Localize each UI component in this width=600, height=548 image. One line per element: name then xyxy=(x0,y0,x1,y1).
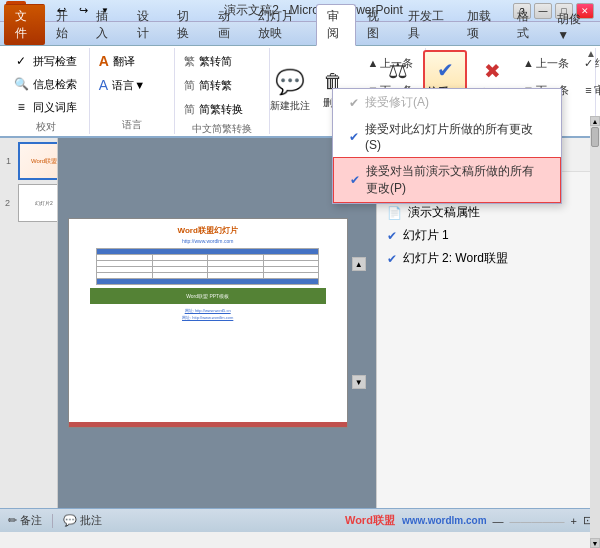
tab-user[interactable]: 胡俊▼ xyxy=(546,7,596,45)
spell-check-button[interactable]: ✓ 拼写检查 xyxy=(6,50,86,72)
change-item-1-icon: ✔ xyxy=(387,229,397,243)
notes-icon: ✏ xyxy=(8,514,17,527)
slide-title: Word联盟幻灯片 xyxy=(69,219,347,236)
research-button[interactable]: 🔍 信息检索 xyxy=(6,73,86,95)
slide-bottom-bar xyxy=(69,422,347,427)
change-item-1[interactable]: ✔ 幻灯片 1 xyxy=(387,224,590,247)
slide-nav-up[interactable]: ▲ xyxy=(352,257,366,271)
dropdown-item-accept-slide[interactable]: ✔ 接受对此幻灯片所做的所有更改(S) xyxy=(333,116,561,157)
slide-link1: 网址: http://www.word5.cn xyxy=(69,307,347,314)
review-pane-button[interactable]: ≡ 审阅窗格 xyxy=(578,77,600,103)
trad-to-simp-button[interactable]: 繁 繁转简 xyxy=(177,50,267,72)
group-proofreading: ✓ 拼写检查 🔍 信息检索 ≡ 同义词库 校对 xyxy=(4,48,90,134)
slide-table xyxy=(96,248,318,285)
zoom-out-button[interactable]: — xyxy=(493,515,504,527)
tab-animations[interactable]: 动画 xyxy=(207,4,248,45)
slide-main[interactable]: Word联盟幻灯片 http://www.wordlm.com Word联盟 P… xyxy=(68,218,348,428)
slide-thumb-1[interactable]: 1 Word联盟 xyxy=(18,142,58,180)
tab-format[interactable]: 格式 xyxy=(506,4,547,45)
tab-design[interactable]: 设计 xyxy=(126,4,167,45)
reject-icon: ✖ xyxy=(484,59,501,83)
language-icon: A xyxy=(99,77,108,93)
group-language-label: 语言 xyxy=(122,118,142,132)
change-item-2-icon: ✔ xyxy=(387,252,397,266)
comments-button[interactable]: 💬 批注 xyxy=(63,513,102,528)
spell-check-icon: ✓ xyxy=(13,53,29,69)
thesaurus-icon: ≡ xyxy=(13,99,29,115)
tab-developer[interactable]: 开发工具 xyxy=(397,4,456,45)
change-item-0-icon: 📄 xyxy=(387,206,402,220)
group-proofreading-label: 校对 xyxy=(36,120,56,134)
tab-view[interactable]: 视图 xyxy=(356,4,397,45)
accept-icon: ✔ xyxy=(437,58,454,82)
zoom-bar: ————— xyxy=(510,515,565,527)
translate-button[interactable]: A 翻译 xyxy=(92,50,172,72)
slide-content: Word联盟幻灯片 http://www.wordlm.com Word联盟 P… xyxy=(69,219,347,427)
accept-slide-icon: ✔ xyxy=(349,130,359,144)
language-button[interactable]: A 语言▼ xyxy=(92,74,172,96)
watermark-area: Word联盟 www.wordlm.com xyxy=(345,513,487,528)
new-comment-icon: 💬 xyxy=(275,68,305,96)
slide-green-bar: Word联盟 PPT模板 xyxy=(90,288,326,304)
slide-nav-down[interactable]: ▼ xyxy=(352,375,366,389)
accept-revision-icon: ✔ xyxy=(349,96,359,110)
tab-insert[interactable]: 插入 xyxy=(85,4,126,45)
ribbon-collapse-button[interactable]: ▲ xyxy=(586,48,596,59)
review-pane-icon: ≡ xyxy=(585,84,591,96)
status-divider-1 xyxy=(52,514,53,528)
translate-icon: A xyxy=(99,53,109,69)
simp-trad-icon: 简 xyxy=(184,78,195,93)
prev-change-icon: ▲ xyxy=(523,57,534,69)
slide-subtitle: http://www.wordlm.com xyxy=(69,236,347,246)
change-item-2[interactable]: ✔ 幻灯片 2: Word联盟 xyxy=(387,247,590,270)
simp-to-trad-button[interactable]: 简 简转繁 xyxy=(177,74,267,96)
tab-transitions[interactable]: 切换 xyxy=(166,4,207,45)
compare-icon: ⚖ xyxy=(388,58,408,84)
tab-file[interactable]: 文件 xyxy=(4,4,45,45)
slide-canvas: Word联盟幻灯片 http://www.wordlm.com Word联盟 P… xyxy=(58,138,376,508)
zoom-in-button[interactable]: + xyxy=(571,515,577,527)
thesaurus-button[interactable]: ≡ 同义词库 xyxy=(6,96,86,118)
group-language: A 翻译 A 语言▼ 语言 xyxy=(90,48,176,134)
tab-start[interactable]: 开始 xyxy=(45,4,86,45)
slide-thumb-2[interactable]: 2 幻灯片2 xyxy=(18,184,58,222)
dropdown-item-accept-revision[interactable]: ✔ 接受修订(A) xyxy=(333,89,561,116)
trad-simp-icon: 繁 xyxy=(184,54,195,69)
prev-change-button[interactable]: ▲ 上一条 xyxy=(517,50,575,76)
tab-review[interactable]: 审阅 xyxy=(316,4,357,46)
dropdown-item-accept-all[interactable]: ✔ 接受对当前演示文稿所做的所有更改(P) xyxy=(333,157,561,203)
slide-link2: 网址: http://www.wordlm.com xyxy=(69,314,347,321)
slide-panel: 1 Word联盟 2 幻灯片2 ▲ ▼ xyxy=(0,138,58,508)
group-simp-trad-label: 中文简繁转换 xyxy=(192,122,252,136)
status-bar: ✏ 备注 💬 批注 Word联盟 www.wordlm.com — ————— … xyxy=(0,508,600,532)
comments-icon: 💬 xyxy=(63,514,77,527)
research-icon: 🔍 xyxy=(13,76,29,92)
tab-addins[interactable]: 加载项 xyxy=(456,4,506,45)
accept-all-icon: ✔ xyxy=(350,173,360,187)
change-item-0[interactable]: 📄 演示文稿属性 xyxy=(387,201,590,224)
accept-dropdown-menu: ✔ 接受修订(A) ✔ 接受对此幻灯片所做的所有更改(S) ✔ 接受对当前演示文… xyxy=(332,88,562,204)
group-simp-trad: 繁 繁转简 简 简转繁 简 简繁转换 中文简繁转换 xyxy=(175,48,270,134)
notes-button[interactable]: ✏ 备注 xyxy=(8,513,42,528)
convert-icon: 简 xyxy=(184,102,195,117)
new-comment-button[interactable]: 💬 新建批注 xyxy=(268,61,312,119)
ribbon-tab-bar: 文件 开始 插入 设计 切换 动画 幻灯片放映 审阅 视图 开发工具 加载项 格… xyxy=(0,22,600,46)
simp-trad-convert-button[interactable]: 简 简繁转换 xyxy=(177,98,267,120)
tab-slideshow[interactable]: 幻灯片放映 xyxy=(247,4,315,45)
